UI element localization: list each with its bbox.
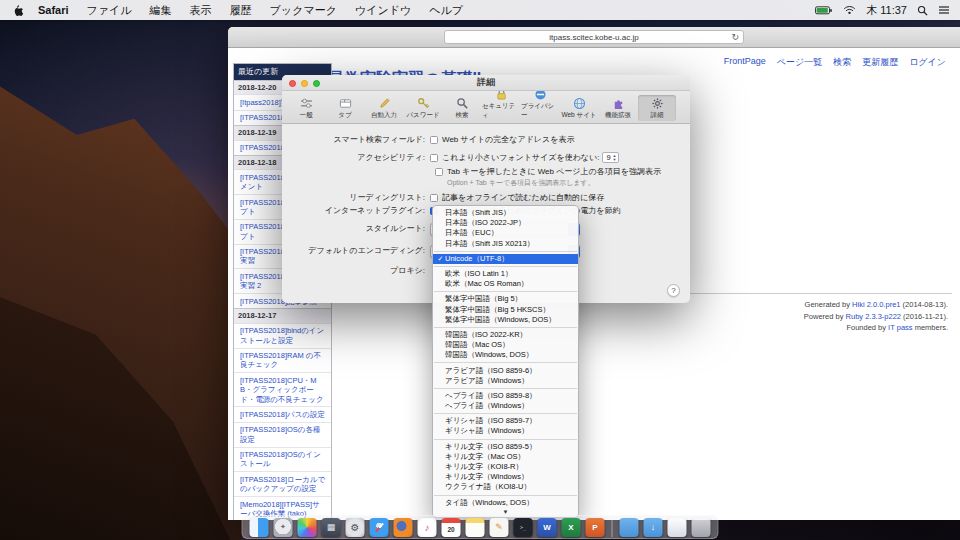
dock-trash-icon[interactable]	[692, 518, 711, 537]
wiki-nav-link-2[interactable]: 検索	[833, 56, 851, 69]
tab-highlight-option: Tab キーを押したときに Web ページ上の各項目を強調表示	[447, 166, 661, 177]
spotlight-icon[interactable]	[917, 5, 928, 16]
menubar-item-6[interactable]: ウインドウ	[346, 3, 420, 18]
wiki-nav-link-1[interactable]: ページ一覧	[777, 56, 822, 69]
encoding-option-16[interactable]: ヘブライ語（Windows）	[433, 401, 578, 411]
encoding-option-10[interactable]: 韓国語（ISO 2022-KR）	[433, 330, 578, 340]
encoding-option-3[interactable]: 日本語（Shift JIS X0213）	[433, 239, 578, 249]
dock-photos-icon[interactable]	[298, 518, 317, 537]
encoding-option-21[interactable]: キリル文字（KOI8-R）	[433, 462, 578, 472]
dock-launchpad-icon[interactable]: ✦	[274, 518, 293, 537]
help-button[interactable]: ?	[667, 284, 680, 297]
encoding-option-5[interactable]: 欧米（ISO Latin 1）	[433, 269, 578, 279]
wiki-nav-link-4[interactable]: ログイン	[909, 56, 946, 69]
footer-line: Generated by Hiki 2.0.0.pre1 (2014-08-13…	[804, 299, 948, 311]
dock-excel-icon[interactable]: X	[562, 518, 581, 537]
dock-calendar-icon[interactable]: 20	[442, 518, 461, 537]
dock-terminal-icon[interactable]: >_	[514, 518, 533, 537]
dock-pages-icon[interactable]: ✎	[490, 518, 509, 537]
sidebar-link[interactable]: [ITPASS2018]ローカルでのバックアップの設定	[234, 471, 331, 496]
encoding-option-15[interactable]: ヘブライ語（ISO 8859-8）	[433, 391, 578, 401]
prefs-tab-passwords[interactable]: パスワード	[404, 95, 442, 121]
minimize-button[interactable]	[301, 80, 308, 87]
prefs-tab-general[interactable]: 一般	[287, 95, 325, 121]
encoding-option-12[interactable]: 韓国語（Windows, DOS）	[433, 350, 578, 360]
reading-list-checkbox[interactable]	[430, 194, 438, 202]
menu-bar-clock[interactable]: 木 11:37	[866, 3, 907, 18]
encoding-option-19[interactable]: キリル文字（ISO 8859-5）	[433, 442, 578, 452]
encoding-option-17[interactable]: ギリシャ語（ISO 8859-7）	[433, 416, 578, 426]
dock-itunes-icon[interactable]: ♪	[418, 518, 437, 537]
dock-safari-icon[interactable]	[370, 518, 389, 537]
dock-mission-control-icon[interactable]: ▦	[322, 518, 341, 537]
encoding-option-23[interactable]: ウクライナ語（KOI8-U）	[433, 482, 578, 492]
menubar-item-1[interactable]: ファイル	[78, 3, 141, 18]
tab-highlight-checkbox[interactable]	[435, 168, 443, 176]
dock-document-stack-icon[interactable]	[668, 518, 687, 537]
wifi-icon[interactable]	[843, 5, 856, 15]
menu-bar: Safariファイル編集表示履歴ブックマークウインドウヘルプ 木 11:37	[0, 0, 960, 20]
prefs-tab-websites[interactable]: Web サイト	[560, 95, 598, 121]
prefs-tab-advanced[interactable]: 詳細	[638, 95, 676, 121]
font-size-select[interactable]: 9 ▲▼	[602, 152, 618, 163]
dock-folder-documents-icon[interactable]	[620, 518, 639, 537]
encoding-option-9[interactable]: 繁体字中国語（Windows, DOS）	[433, 315, 578, 325]
sidebar-link[interactable]: [ITPASS2018]RAM の不良チェック	[234, 348, 331, 373]
preferences-titlebar[interactable]: 詳細	[282, 75, 690, 91]
menubar-item-7[interactable]: ヘルプ	[420, 3, 472, 18]
prefs-tab-privacy[interactable]: プライバシー	[521, 86, 559, 121]
wiki-nav-link-3[interactable]: 更新履歴	[862, 56, 898, 69]
encoding-option-20[interactable]: キリル文字（Mac OS）	[433, 452, 578, 462]
dock-powerpoint-icon[interactable]: P	[586, 518, 605, 537]
zoom-button[interactable]	[313, 80, 320, 87]
menu-scroll-down-icon[interactable]: ▼	[433, 508, 578, 515]
menubar-item-3[interactable]: 表示	[181, 3, 221, 18]
reload-icon[interactable]: ↻	[731, 33, 739, 42]
encoding-option-13[interactable]: アラビア語（ISO 8859-6）	[433, 365, 578, 375]
apple-menu[interactable]	[12, 3, 25, 17]
dock-firefox-icon[interactable]	[394, 518, 413, 537]
wiki-nav-link-0[interactable]: FrontPage	[724, 56, 766, 69]
footer-link[interactable]: Ruby 2.3.3-p222	[846, 312, 901, 321]
encoding-option-0[interactable]: 日本語（Shift JIS）	[433, 208, 578, 218]
sidebar-link[interactable]: [ITPASS2018]OSのインストール	[234, 447, 331, 472]
encoding-option-24[interactable]: タイ語（Windows, DOS）	[433, 498, 578, 508]
prefs-tab-tabs[interactable]: タブ	[326, 95, 364, 121]
dock-finder-icon[interactable]	[250, 518, 269, 537]
encoding-option-22[interactable]: キリル文字（Windows）	[433, 472, 578, 482]
sidebar-link[interactable]: [ITPASS2018]OSの各種設定	[234, 422, 331, 447]
encoding-option-18[interactable]: ギリシャ語（Windows）	[433, 426, 578, 436]
min-font-checkbox[interactable]	[430, 154, 438, 162]
encoding-option-11[interactable]: 韓国語（Mac OS）	[433, 340, 578, 350]
encoding-option-4[interactable]: ✓Unicode（UTF-8）	[433, 254, 578, 264]
footer-link[interactable]: Hiki 2.0.0.pre1	[852, 300, 900, 309]
dock-word-icon[interactable]: W	[538, 518, 557, 537]
address-bar[interactable]: itpass.scitec.kobe-u.ac.jp ↻	[444, 30, 744, 44]
battery-icon[interactable]	[815, 6, 833, 15]
encoding-option-8[interactable]: 繁体字中国語（Big 5 HKSCS）	[433, 305, 578, 315]
prefs-tab-autofill[interactable]: 自動入力	[365, 95, 403, 121]
encoding-option-1[interactable]: 日本語（ISO 2022-JP）	[433, 218, 578, 228]
dock-folder-downloads-icon[interactable]: ↓	[644, 518, 663, 537]
prefs-tab-extensions[interactable]: 機能拡張	[599, 95, 637, 121]
menubar-item-5[interactable]: ブックマーク	[261, 3, 346, 18]
encoding-option-2[interactable]: 日本語（EUC）	[433, 228, 578, 238]
prefs-tab-search[interactable]: 検索	[443, 95, 481, 121]
footer-link[interactable]: IT pass	[888, 323, 912, 332]
menubar-item-2[interactable]: 編集	[141, 3, 181, 18]
smart-search-checkbox[interactable]	[430, 136, 438, 144]
menubar-item-0[interactable]: Safari	[29, 4, 78, 16]
encoding-option-7[interactable]: 繁体字中国語（Big 5）	[433, 294, 578, 304]
encoding-option-14[interactable]: アラビア語（Windows）	[433, 376, 578, 386]
window-controls	[289, 80, 320, 87]
notification-center-icon[interactable]	[938, 5, 950, 15]
dock-notes-icon[interactable]	[466, 518, 485, 537]
menubar-item-4[interactable]: 履歴	[221, 3, 261, 18]
sidebar-link[interactable]: [ITPASS2018]パスの設定	[234, 406, 331, 421]
prefs-tab-security[interactable]: セキュリティ	[482, 86, 520, 121]
sidebar-link[interactable]: [ITPASS2018]CPU・MB・グラフィックボード・電源の不良チェック	[234, 372, 331, 406]
close-button[interactable]	[289, 80, 296, 87]
dock-system-preferences-icon[interactable]: ⚙	[346, 518, 365, 537]
sidebar-link[interactable]: [ITPASS2018]bindのインストールと設定	[234, 323, 331, 348]
encoding-option-6[interactable]: 欧米（Mac OS Roman）	[433, 279, 578, 289]
